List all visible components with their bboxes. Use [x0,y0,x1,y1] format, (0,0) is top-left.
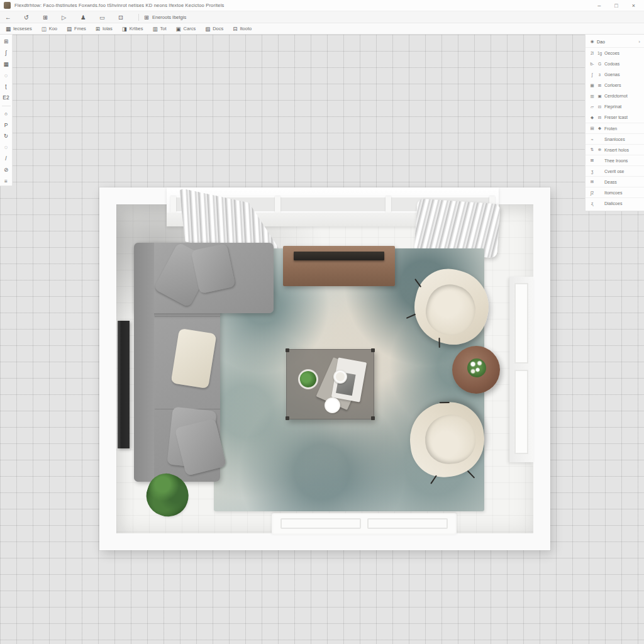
play-icon[interactable]: ▷ [62,14,80,21]
toolbar-button-fmes[interactable]: ▤Fmes [67,26,86,32]
item-label: Cerdctornot [604,94,628,98]
item-icon: ⇅ [589,147,595,152]
notes-tool-icon[interactable]: ≡ [1,176,11,186]
chair-leg [438,338,440,348]
item-icon: ⊞ [589,179,595,184]
panel-item-freser-tcast[interactable]: ◆⊟Freser tcast [586,112,644,123]
window-pane [514,283,528,364]
export-icon[interactable]: ⊡ [118,14,137,21]
toolbar-divider [138,14,139,21]
ellipse-tool-icon[interactable]: ◌ [1,143,11,152]
window-mullion [386,196,391,213]
panel-item-dialicoes[interactable]: ʐDialicoes [586,197,644,208]
media-console[interactable] [283,246,395,286]
item-icon: ▱ [589,104,595,109]
item-label: Freser tcast [604,115,628,119]
window-controls: – □ × [597,3,640,9]
rotate-tool-icon[interactable]: ↻ [1,131,11,141]
polygon-tool-icon[interactable]: P [1,120,11,130]
zoom-tool-icon[interactable]: ◌ [1,70,11,80]
scene-button[interactable]: ⊞ Eneroots Ibetgis [144,14,186,21]
half-icon: ◨ [122,26,127,32]
line-tool-icon[interactable]: / [1,154,11,164]
grid-tool-icon[interactable]: ⊞ [1,37,11,47]
window-mullion [170,196,176,213]
minimize-icon[interactable]: – [597,3,601,9]
panel-item-froten[interactable]: ▤◆Froten [586,123,644,133]
panel-item-oecoes[interactable]: 2l1gOecoes [586,48,644,58]
item-label: Fieprinat [604,104,621,109]
toolbar-button-iolas[interactable]: ⊞Iolas [96,26,113,32]
panel-item-itomcoes[interactable]: ʃ2Itomcoes [586,187,644,197]
toolbar-button-koo[interactable]: ◫Koo [42,26,57,32]
e2-tool-icon[interactable]: E2 [1,93,11,103]
item-icon-2: G [597,62,602,66]
scene-icon: ⊞ [144,14,149,21]
panel-item-thee-iroons[interactable]: ⊠Thee Iroons [586,155,644,165]
wall-mounted-tv[interactable] [118,321,130,448]
item-icon: ▦ [589,83,595,88]
undo-icon[interactable]: ↺ [24,14,43,21]
table-tool-icon[interactable]: ▦ [1,60,11,69]
room-living-room[interactable] [99,187,550,550]
item-label: Knsert holos [604,148,629,152]
item-icon-2: ⊕ [597,147,602,152]
side-table-flowers [467,358,486,377]
item-icon-2: ▣ [597,94,602,99]
panel-item-cverit-ose[interactable]: ʒCverit ose [586,165,644,176]
right-panel: ◉ Dao › 2l1gOecoes b-GCodoas ʃɜGoenas ▦⊞… [585,35,644,211]
glass-coffee-table[interactable] [286,349,374,419]
left-tool-rail: ⊞ ʃ ▦ ◌ ʈ E2 ○ P ↻ ◌ / ⊘ ≡ [0,35,13,186]
armchair-seat [421,280,480,340]
app-window: Flexdtrhtow: Faco-thstinutes Foxwrds.foo… [0,0,644,644]
panel-item-corloers[interactable]: ▦⊞Corloers [586,80,644,91]
toolbar-button-carcs[interactable]: ▣Carcs [176,26,196,32]
item-icon: ʃ [589,72,595,77]
item-icon: ʐ [589,201,595,206]
window-title: Flexdtrhtow: Faco-thstinutes Foxwrds.foo… [14,3,225,8]
floor-plant[interactable] [150,478,186,514]
cut-tool-icon[interactable]: ⊘ [1,165,11,174]
rectangle-icon[interactable]: ▭ [99,14,118,21]
item-icon: ◆ [589,115,595,120]
toolbar-button-krtbes[interactable]: ◨Krtbes [122,26,143,32]
item-icon: ʒ [589,169,595,174]
circle-tool-icon[interactable]: ○ [1,109,11,119]
history-icon[interactable]: ⊞ [43,14,62,21]
item-label: Dialicoes [604,201,622,206]
pencil-tool-icon[interactable]: ʈ [1,82,11,91]
toolbar-button-iecseses[interactable]: ▦Iecseses [6,26,32,32]
back-icon[interactable]: ← [5,14,24,21]
panel-item-knsert-holos[interactable]: ⇅⊕Knsert holos [586,144,644,155]
window-mullion [275,196,280,213]
panel-item-cerdctornot[interactable]: ▥▣Cerdctornot [586,91,644,101]
panel-icon: ◫ [42,26,47,32]
panel-item-snanloces[interactable]: ≈Snanloces [586,133,644,144]
panel-item-deass[interactable]: ⊞Deass [586,176,644,187]
item-icon: b- [589,62,595,66]
item-icon-2: ⊡ [597,104,602,109]
tool-rail-divider [2,106,11,106]
panel-item-goenas[interactable]: ʃɜGoenas [586,69,644,80]
curve-tool-icon[interactable]: ʃ [1,48,11,58]
close-icon[interactable]: × [632,3,635,9]
item-icon: ▥ [589,94,595,99]
toolbar-button-itooto[interactable]: ⊟Itooto [233,26,252,32]
round-side-table[interactable] [452,346,500,394]
rows-icon: ▤ [67,26,72,32]
design-canvas[interactable] [0,35,644,644]
grid-icon: ▦ [6,26,11,32]
button-label: Itooto [240,26,252,31]
panel-item-fieprinat[interactable]: ▱⊡Fieprinat [586,101,644,112]
panel-item-codoas[interactable]: b-GCodoas [586,58,644,69]
panel-header-dao[interactable]: ◉ Dao › [586,36,644,48]
toolbar-button-docs[interactable]: ▧Docs [205,26,223,32]
bottom-door[interactable] [272,513,457,535]
sofa-seat-seam [155,316,220,317]
pin-icon[interactable]: ♟ [80,14,99,21]
app-icon [4,2,11,9]
scene-button-label: Eneroots Ibetgis [152,14,186,20]
maximize-icon[interactable]: □ [614,3,618,9]
toolbar-button-tot[interactable]: ▥Tot [153,26,167,32]
right-window[interactable] [509,277,533,462]
